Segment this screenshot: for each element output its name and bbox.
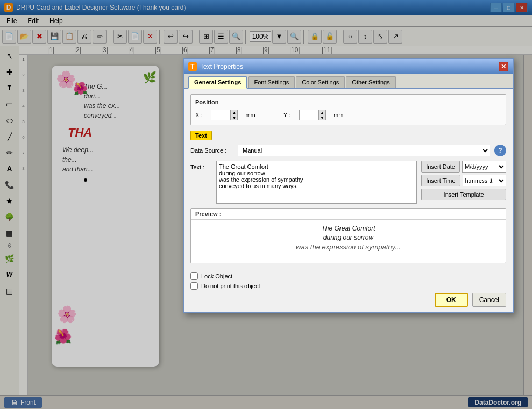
y-spin-down[interactable]: ▼	[318, 115, 325, 120]
lock-object-checkbox[interactable]	[190, 272, 198, 280]
y-spin-up[interactable]: ▲	[318, 110, 325, 115]
time-format-select[interactable]: h:mm:ss tt HH:mm:ss h:mm tt	[463, 175, 506, 186]
dialog-close-button[interactable]: ✕	[499, 62, 508, 71]
y-label: Y :	[283, 112, 290, 118]
preview-line3: was the expression of sympathy...	[296, 242, 401, 252]
text-area-wrapper: The Great Comfort during our sorrow was …	[216, 161, 417, 204]
x-spin-arrows: ▲ ▼	[230, 110, 237, 120]
tab-color[interactable]: Color Settings	[296, 76, 345, 88]
help-button[interactable]: ?	[494, 145, 506, 156]
preview-text: The Great Comfort during our sorrow was …	[296, 224, 401, 252]
no-print-checkbox[interactable]	[190, 282, 198, 290]
dialog-bottom: Lock Object Do not print this object OK …	[184, 269, 513, 312]
lock-object-label[interactable]: Lock Object	[201, 273, 232, 279]
tab-general[interactable]: General Settings	[188, 76, 247, 89]
x-label: X :	[195, 112, 202, 118]
dialog-tabs: General Settings Font Settings Color Set…	[184, 74, 513, 89]
insert-time-button[interactable]: Insert Time	[421, 175, 460, 186]
x-spin-up[interactable]: ▲	[230, 110, 237, 115]
position-section: Position X : 12 ▲ ▼ mm Y : 7	[190, 94, 506, 125]
modal-overlay: T Text Properties ✕ General Settings Fon…	[0, 0, 532, 409]
datasource-label: Data Source :	[190, 147, 233, 154]
dialog-title-text: Text Properties	[200, 63, 243, 70]
dialog-title-left: T Text Properties	[188, 62, 243, 71]
tab-font[interactable]: Font Settings	[248, 76, 295, 88]
text-input-row: Text : The Great Comfort during our sorr…	[190, 161, 506, 204]
insert-date-button[interactable]: Insert Date	[421, 161, 460, 173]
dialog-title: T Text Properties ✕	[184, 59, 513, 74]
y-spin-arrows: ▲ ▼	[318, 110, 325, 120]
position-label: Position	[195, 99, 501, 105]
y-input[interactable]: 7	[300, 110, 318, 120]
datasource-row: Data Source : Manual Database Sequential…	[190, 145, 506, 156]
x-unit: mm	[245, 112, 255, 118]
preview-content: The Great Comfort during our sorrow was …	[191, 220, 506, 263]
position-row: X : 12 ▲ ▼ mm Y : 7 ▲ ▼	[195, 110, 501, 120]
svg-text:T: T	[190, 63, 195, 70]
x-spinbox: 12 ▲ ▼	[211, 110, 238, 120]
insert-date-row: Insert Date M/d/yyyy MM/dd/yyyy yyyy-MM-…	[421, 161, 506, 173]
insert-template-button[interactable]: Insert Template	[421, 189, 506, 200]
text-textarea[interactable]: The Great Comfort during our sorrow was …	[216, 161, 417, 204]
datasource-select[interactable]: Manual Database Sequential	[238, 145, 490, 156]
preview-section: Preview : The Great Comfort during our s…	[190, 208, 506, 263]
cancel-button[interactable]: Cancel	[472, 293, 506, 307]
no-print-label[interactable]: Do not print this object	[201, 283, 260, 289]
date-format-select[interactable]: M/d/yyyy MM/dd/yyyy yyyy-MM-dd	[462, 161, 506, 173]
lock-object-row: Lock Object	[190, 272, 506, 280]
dialog-icon: T	[188, 62, 197, 71]
preview-line1: The Great Comfort	[296, 224, 401, 233]
ok-button[interactable]: OK	[435, 293, 468, 307]
action-buttons: OK Cancel	[190, 293, 506, 307]
insert-buttons: Insert Date M/d/yyyy MM/dd/yyyy yyyy-MM-…	[421, 161, 506, 204]
preview-label: Preview :	[191, 209, 506, 220]
no-print-row: Do not print this object	[190, 282, 506, 290]
x-input[interactable]: 12	[211, 110, 230, 120]
y-unit: mm	[334, 112, 343, 118]
text-section: Text Data Source : Manual Database Seque…	[190, 131, 506, 204]
text-properties-dialog: T Text Properties ✕ General Settings Fon…	[183, 58, 514, 313]
insert-time-row: Insert Time h:mm:ss tt HH:mm:ss h:mm tt	[421, 175, 506, 186]
text-field-label: Text :	[190, 161, 212, 204]
preview-line2: during our sorrow	[296, 233, 401, 242]
y-spinbox: 7 ▲ ▼	[299, 110, 326, 120]
text-section-label: Text	[190, 131, 212, 140]
dialog-body: Position X : 12 ▲ ▼ mm Y : 7	[184, 89, 513, 269]
tab-other[interactable]: Other Settings	[346, 76, 395, 88]
x-spin-down[interactable]: ▼	[230, 115, 237, 120]
